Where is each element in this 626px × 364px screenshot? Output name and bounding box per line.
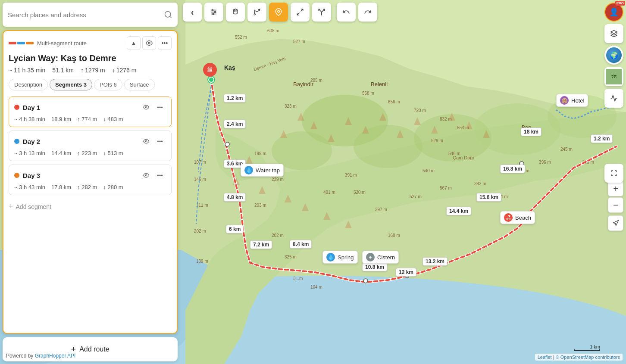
svg-point-76 [209, 78, 213, 82]
route-icon [253, 8, 261, 16]
elevation-chart-btn[interactable] [604, 89, 623, 108]
route-ascent: ↑ 1279 m [81, 67, 105, 74]
svg-text:166 m: 166 m [582, 160, 594, 165]
route-time: ~ 11 h 35 min [9, 67, 45, 74]
segment-day2-name: Day 2 [23, 138, 137, 145]
day1-desc: ↓ 483 m [103, 116, 123, 122]
svg-marker-29 [302, 203, 309, 211]
route-header: Multi-segment route ▲ ••• [9, 36, 172, 50]
search-input[interactable] [8, 11, 160, 19]
svg-text:854 m: 854 m [457, 125, 469, 130]
svg-text:Bayindir: Bayindir [293, 81, 314, 87]
svg-text:540 m: 540 m [423, 168, 435, 173]
ascent-arrow: ↑ [81, 67, 84, 74]
svg-point-79 [363, 279, 368, 283]
route-color-bar [9, 42, 34, 44]
svg-text:199 m: 199 m [254, 151, 266, 156]
route-more-btn[interactable]: ••• [158, 36, 172, 50]
leaflet-link[interactable]: Leaflet [538, 355, 552, 360]
location-btn[interactable] [608, 215, 623, 231]
segment-day1: Day 1 ••• ~ 4 h 38 min 18.9 km [9, 96, 172, 127]
segment-day3-visibility[interactable] [140, 169, 152, 181]
graphhopper-link[interactable]: GraphHopper API [35, 353, 76, 359]
segment-day3-dot [14, 173, 19, 178]
pan-tool-btn[interactable] [226, 3, 245, 22]
route-visibility-btn[interactable] [142, 36, 156, 50]
fullscreen-btn[interactable] [604, 164, 623, 183]
segment-day3-actions: ••• [140, 169, 166, 181]
location-icon [612, 220, 619, 227]
redo-btn[interactable] [358, 3, 377, 22]
select-tool-btn[interactable] [291, 3, 310, 22]
layers-btn[interactable] [604, 24, 623, 43]
settings-btn[interactable] [204, 3, 223, 22]
route-header-actions: ▲ ••• [127, 36, 172, 50]
segment-day2-actions: ••• [140, 135, 166, 147]
split-icon [318, 8, 326, 16]
panel-collapse-btn[interactable]: ‹ [183, 3, 202, 22]
segment-day1-more[interactable]: ••• [154, 101, 166, 113]
route-draw-btn[interactable] [247, 3, 266, 22]
segment-day3: Day 3 ••• ~ 3 h 43 min 17.8 km [9, 165, 172, 195]
svg-text:239 m: 239 m [272, 177, 284, 182]
segment-day1-visibility[interactable] [140, 101, 152, 113]
waypoint-btn[interactable] [269, 3, 288, 22]
svg-text:168 m: 168 m [388, 233, 400, 238]
svg-text:413 m: 413 m [517, 168, 529, 173]
svg-point-7 [354, 125, 423, 168]
segment-day2-more[interactable]: ••• [154, 135, 166, 147]
zoom-out-btn[interactable]: − [608, 197, 623, 213]
svg-text:832 m: 832 m [440, 117, 452, 121]
route-up-btn[interactable]: ▲ [127, 36, 141, 50]
svg-text:481 m: 481 m [323, 190, 335, 195]
powered-by-attribution: Powered by GraphHopper API [3, 351, 79, 361]
scale-bar: 1 km [574, 344, 600, 351]
svg-marker-21 [431, 126, 438, 134]
day3-dist: 17.8 km [51, 184, 71, 190]
tab-surface[interactable]: Surface [124, 79, 155, 90]
svg-marker-20 [414, 117, 421, 125]
svg-text:608 m: 608 m [267, 28, 279, 33]
svg-marker-102 [611, 31, 617, 34]
segment-day1-dot [14, 105, 19, 110]
svg-line-101 [297, 13, 299, 15]
segment-day1-actions: ••• [140, 101, 166, 113]
svg-marker-28 [285, 195, 291, 202]
day3-time: ~ 3 h 43 min [14, 184, 45, 190]
route-stats: ~ 11 h 35 min 51.1 km ↑ 1279 m ↓ 1276 m [9, 67, 172, 74]
osm-link[interactable]: © OpenStreetMap contributors [556, 355, 620, 360]
tab-segments[interactable]: Segments 3 [50, 79, 92, 90]
map-type-btn[interactable]: 🗺 [604, 67, 623, 86]
segment-day1-header: Day 1 ••• [14, 101, 166, 113]
day2-time: ~ 3 h 13 min [14, 150, 45, 156]
split-btn[interactable] [312, 3, 331, 22]
svg-point-85 [165, 12, 171, 17]
add-segment-label: Add segment [16, 203, 52, 210]
add-segment-btn[interactable]: + Add segment [9, 199, 172, 215]
svg-text:383 m: 383 m [474, 181, 486, 186]
svg-marker-103 [613, 220, 619, 226]
svg-text:104 m: 104 m [310, 285, 322, 289]
undo-btn[interactable] [337, 3, 356, 22]
svg-marker-15 [328, 134, 335, 142]
svg-text:567 m: 567 m [440, 186, 452, 190]
globe-btn[interactable]: 🌍 [604, 46, 623, 65]
svg-marker-16 [345, 117, 352, 125]
svg-marker-24 [483, 130, 490, 138]
tab-pois[interactable]: POIs 6 [94, 79, 122, 90]
svg-marker-26 [233, 177, 240, 185]
day1-time: ~ 4 h 38 min [14, 116, 45, 122]
svg-text:3...m: 3...m [293, 276, 303, 281]
svg-point-9 [414, 114, 491, 162]
map-attribution: Leaflet | © OpenStreetMap contributors [535, 354, 623, 361]
svg-point-95 [215, 12, 216, 13]
segment-day2-visibility[interactable] [140, 135, 152, 147]
toolbar-separator [334, 6, 334, 19]
segment-day3-more[interactable]: ••• [154, 169, 166, 181]
route-distance: 51.1 km [52, 67, 74, 74]
svg-text:Belenli: Belenli [371, 81, 388, 87]
descent-arrow: ↓ [112, 67, 115, 74]
svg-line-86 [170, 16, 172, 18]
zoom-in-btn[interactable]: + [608, 181, 623, 196]
tab-description[interactable]: Description [9, 79, 48, 90]
